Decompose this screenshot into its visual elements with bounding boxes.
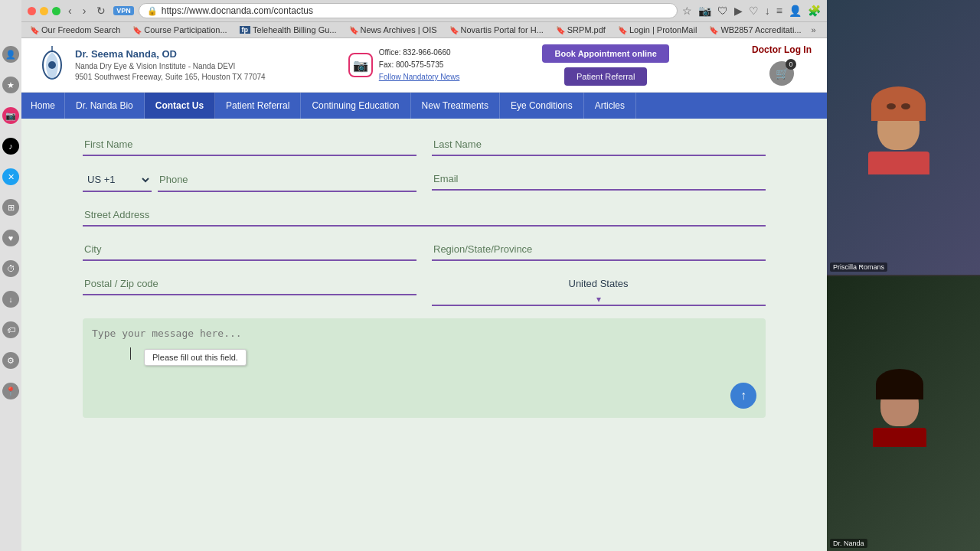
street-address-input[interactable] [83, 204, 766, 227]
bookmark-icon: 🔖 [132, 26, 142, 34]
bookmark-freedom-search[interactable]: 🔖 Our Freedom Search [28, 24, 122, 35]
person-icon[interactable]: 👤 [789, 5, 802, 17]
region-field [432, 239, 766, 261]
fp-icon: fp [240, 26, 251, 34]
nav-bar: Home Dr. Nanda Bio Contact Us Patient Re… [21, 93, 827, 119]
phone-group: US +1 [83, 168, 416, 192]
bookmark-course[interactable]: 🔖 Course Participation... [130, 24, 229, 35]
street-address-row [83, 204, 766, 227]
browser-chrome: ‹ › ↻ VPN 🔒 https://www.docnanda.com/con… [21, 0, 827, 22]
book-appointment-button[interactable]: Book Appointment online [542, 44, 668, 63]
extensions-icon[interactable]: 🧩 [808, 5, 821, 17]
bookmark-icon: 🔖 [709, 26, 718, 34]
header-buttons: Book Appointment online Patient Referral [542, 44, 668, 86]
bookmark-icon: 🔖 [618, 26, 627, 34]
video-bg-dr-nanda [827, 276, 980, 551]
nav-patient-referral[interactable]: Patient Referral [215, 93, 301, 119]
bookmark-label: Login | ProtonMail [629, 25, 697, 34]
sidebar-icon-heart[interactable]: ♥ [2, 230, 19, 246]
scroll-top-button[interactable]: ↑ [730, 383, 756, 409]
bookmark-wb2857[interactable]: 🔖 WB2857 Accreditati... [707, 24, 803, 35]
screenshot-icon[interactable]: 📷 [698, 5, 711, 17]
bookmark-icon: 🔖 [349, 26, 358, 34]
bookmark-icon: 🔖 [449, 26, 459, 34]
video-participant-dr-nanda: Dr. Nanda [827, 275, 980, 551]
nav-contact-us[interactable]: Contact Us [145, 93, 215, 119]
close-button[interactable] [28, 7, 36, 15]
url-text[interactable]: https://www.docnanda.com/contactus [162, 5, 313, 16]
sidebar-icon-tiktok[interactable]: ♪ [2, 138, 19, 155]
maximize-button[interactable] [52, 7, 60, 15]
more-bookmarks-button[interactable]: » [812, 25, 816, 34]
bookmark-telehealth[interactable]: fp Telehealth Billing Gu... [237, 24, 339, 35]
bookmark-news[interactable]: 🔖 News Archives | OIS [347, 24, 439, 35]
city-input[interactable] [83, 239, 416, 261]
sidebar-icon-location[interactable]: 📍 [2, 383, 19, 399]
zip-input[interactable] [83, 273, 416, 295]
video-bg-priscilla [827, 0, 980, 275]
bookmark-srpm[interactable]: 🔖 SRPM.pdf [554, 24, 608, 35]
first-name-field [83, 134, 416, 156]
heart-icon[interactable]: ♡ [749, 5, 759, 17]
zip-country-row: United States Canada Mexico ▾ [83, 273, 766, 306]
region-input[interactable] [432, 239, 766, 261]
phone-input[interactable] [158, 168, 416, 192]
bookmark-novartis[interactable]: 🔖 Novartis Portal for H... [447, 24, 546, 35]
nav-articles[interactable]: Articles [584, 93, 636, 119]
message-input[interactable] [92, 328, 756, 404]
video-participant-priscilla: Priscilla Romans [827, 0, 980, 275]
email-input[interactable] [432, 168, 766, 191]
fax-number: Fax: 800-575-5735 [379, 59, 460, 71]
bookmark-label: Telehealth Billing Gu... [253, 25, 336, 34]
bookmark-icon: 🔖 [30, 26, 39, 34]
follow-text[interactable]: Follow Nandatory News [379, 71, 460, 83]
bookmark-label: Our Freedom Search [41, 25, 120, 34]
bookmark-protonmail[interactable]: 🔖 Login | ProtonMail [616, 24, 699, 35]
bookmark-icon[interactable]: ☆ [682, 5, 692, 17]
reload-button[interactable]: ↻ [93, 3, 109, 18]
office-phone: Office: 832-966-0660 [379, 47, 460, 59]
nav-eye-conditions[interactable]: Eye Conditions [500, 93, 584, 119]
validation-tooltip: Please fill out this field. [144, 349, 247, 366]
country-select[interactable]: United States Canada Mexico [567, 273, 631, 294]
sidebar-icon-instagram[interactable]: 📷 [2, 107, 19, 124]
contact-info: 📷 Office: 832-966-0660 Fax: 800-575-5735… [348, 47, 460, 83]
website-content: Dr. Seema Nanda, OD Nanda Dry Eye & Visi… [21, 38, 827, 551]
sidebar-icon-apps[interactable]: ⊞ [2, 199, 19, 216]
play-icon[interactable]: ▶ [734, 5, 743, 17]
sidebar-icon-twitter[interactable]: ✕ [2, 168, 19, 185]
first-name-input[interactable] [83, 134, 416, 156]
last-name-input[interactable] [432, 134, 766, 156]
sidebar-icon-star[interactable]: ★ [2, 77, 19, 93]
forward-button[interactable]: › [80, 3, 90, 18]
nav-home[interactable]: Home [21, 93, 65, 119]
sidebar-icon-download[interactable]: ↓ [2, 291, 19, 308]
address-bar[interactable]: 🔒 https://www.docnanda.com/contactus [139, 3, 678, 18]
nav-continuing-education[interactable]: Continuing Education [301, 93, 410, 119]
doctor-login-link[interactable]: Doctor Log In [752, 44, 812, 55]
back-button[interactable]: ‹ [65, 3, 75, 18]
bookmark-label: SRPM.pdf [567, 25, 606, 34]
text-cursor [130, 347, 131, 360]
toolbar-icons: ☆ 📷 🛡 ▶ ♡ ↓ ≡ 👤 🧩 [682, 5, 821, 17]
nav-dr-bio[interactable]: Dr. Nanda Bio [65, 93, 145, 119]
sidebar-icon-history[interactable]: ⏱ [2, 260, 19, 277]
sidebar-icon-profile[interactable]: 👤 [2, 46, 19, 63]
site-header: Dr. Seema Nanda, OD Nanda Dry Eye & Visi… [21, 38, 827, 93]
cart-icon[interactable]: 🛒 0 [769, 61, 794, 86]
email-field [432, 168, 766, 192]
bookmark-label: WB2857 Accreditati... [720, 25, 801, 34]
nav-new-treatments[interactable]: New Treatments [411, 93, 500, 119]
doctor-name: Dr. Seema Nanda, OD [75, 47, 266, 61]
download-icon[interactable]: ↓ [765, 5, 770, 17]
minimize-button[interactable] [40, 7, 48, 15]
patient-referral-button[interactable]: Patient Referral [564, 67, 647, 86]
sidebar-icon-tag[interactable]: 🏷 [2, 321, 19, 338]
instagram-icon[interactable]: 📷 [348, 53, 373, 77]
phone-country-select[interactable]: US +1 [83, 168, 152, 192]
last-name-field [432, 134, 766, 156]
video-sidebar: Priscilla Romans Dr. Nanda [827, 0, 980, 551]
menu-icon[interactable]: ≡ [776, 5, 782, 17]
sidebar-icon-settings[interactable]: ⚙ [2, 352, 19, 369]
security-icon[interactable]: 🛡 [717, 5, 728, 17]
